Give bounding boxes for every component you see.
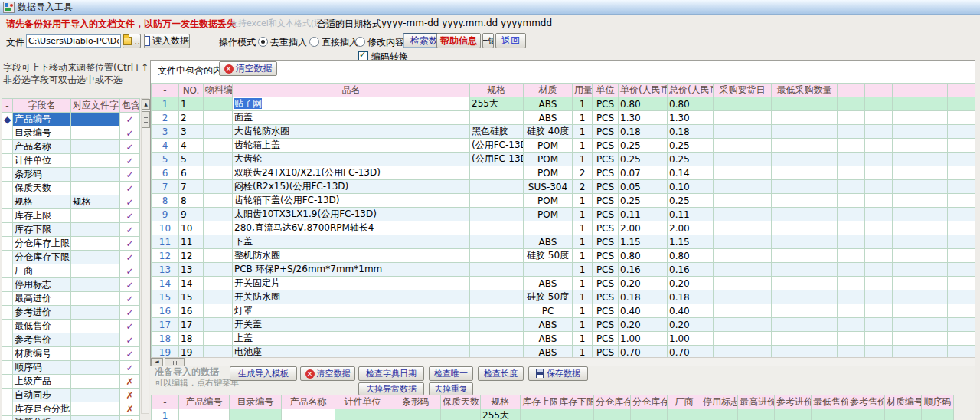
- unit-cell[interactable]: PCS: [593, 263, 619, 277]
- mapped-file-field-cell[interactable]: [71, 237, 120, 251]
- empty-cell[interactable]: [948, 153, 975, 166]
- total-price-cell[interactable]: 0.20: [668, 318, 714, 332]
- field-row[interactable]: 最高进价✓: [2, 292, 140, 306]
- unit-cell[interactable]: PCS: [593, 318, 619, 332]
- prepare-cell[interactable]: [668, 409, 701, 420]
- empty-cell[interactable]: [838, 318, 865, 332]
- no-cell[interactable]: 18: [179, 332, 204, 346]
- empty-cell[interactable]: [920, 111, 948, 125]
- field-name-cell[interactable]: 库存下限: [13, 223, 71, 237]
- prepare-cell[interactable]: [885, 409, 922, 420]
- unit-price-cell[interactable]: 1.30: [619, 111, 668, 125]
- material-cell[interactable]: PC: [524, 304, 573, 318]
- empty-cell[interactable]: [948, 290, 975, 304]
- empty-cell[interactable]: [948, 111, 975, 125]
- empty-cell[interactable]: [865, 153, 893, 166]
- unit-cell[interactable]: PCS: [593, 153, 619, 166]
- material-cell[interactable]: ABS: [524, 97, 573, 111]
- qty-cell[interactable]: 1: [573, 249, 593, 263]
- purchase-date-cell[interactable]: [714, 139, 772, 153]
- empty-cell[interactable]: [893, 166, 920, 180]
- total-price-cell[interactable]: 0.80: [668, 97, 714, 111]
- unit-cell[interactable]: PCS: [593, 332, 619, 346]
- field-name-cell[interactable]: 上级产品: [13, 375, 71, 389]
- purchase-date-cell[interactable]: [714, 249, 772, 263]
- spec-cell[interactable]: [470, 221, 524, 235]
- spec-cell[interactable]: [470, 180, 524, 194]
- empty-cell[interactable]: [920, 263, 948, 277]
- product-name-cell[interactable]: 灯罩: [233, 304, 470, 318]
- total-price-cell[interactable]: 1.15: [668, 235, 714, 249]
- empty-cell[interactable]: [948, 221, 975, 235]
- field-row[interactable]: 停用标志✓: [2, 278, 140, 292]
- empty-cell[interactable]: [865, 304, 893, 318]
- check-icon[interactable]: ✓: [120, 182, 140, 195]
- product-name-cell[interactable]: 太阳齿10TX3LX1.9(公用FC-13D): [233, 208, 470, 221]
- mapped-file-field-cell[interactable]: [71, 251, 120, 264]
- purchase-date-cell[interactable]: [714, 208, 772, 221]
- prepare-cell[interactable]: [557, 409, 594, 420]
- row-number-cell[interactable]: 13: [152, 263, 179, 277]
- product-name-cell[interactable]: 280,直流马达6V,8700RPM轴长4: [233, 221, 470, 235]
- empty-cell[interactable]: [893, 111, 920, 125]
- material-code-cell[interactable]: [204, 332, 233, 346]
- unit-price-cell[interactable]: 0.25: [619, 194, 668, 208]
- field-row[interactable]: 库存上限✓: [2, 209, 140, 223]
- empty-cell[interactable]: [865, 249, 893, 263]
- empty-cell[interactable]: [838, 97, 865, 111]
- total-price-cell[interactable]: 0.80: [668, 249, 714, 263]
- field-name-cell[interactable]: 顺序码: [13, 361, 71, 375]
- qty-cell[interactable]: 1: [573, 208, 593, 221]
- total-price-cell[interactable]: 0.25: [668, 153, 714, 166]
- field-row[interactable]: 最低售价✓: [2, 320, 140, 333]
- material-code-cell[interactable]: [204, 304, 233, 318]
- check-dict-date-button[interactable]: 检查字典日期: [358, 366, 424, 381]
- check-icon[interactable]: ✓: [120, 361, 140, 375]
- product-name-cell[interactable]: 上盖: [233, 332, 470, 346]
- mapped-file-field-cell[interactable]: [71, 375, 120, 389]
- load-data-button[interactable]: 读入数据: [144, 34, 190, 48]
- purchase-date-cell[interactable]: [714, 97, 772, 111]
- material-code-cell[interactable]: [204, 263, 233, 277]
- min-purchase-qty-cell[interactable]: [772, 221, 838, 235]
- total-price-cell[interactable]: 0.16: [668, 263, 714, 277]
- spec-cell[interactable]: [470, 249, 524, 263]
- empty-cell[interactable]: [865, 208, 893, 221]
- unit-price-cell[interactable]: 1.15: [619, 235, 668, 249]
- qty-cell[interactable]: 1: [573, 194, 593, 208]
- row-number-cell[interactable]: 5: [152, 153, 179, 166]
- empty-cell[interactable]: [920, 221, 948, 235]
- row-number-cell[interactable]: 3: [152, 125, 179, 139]
- product-name-cell[interactable]: 齿轮箱下盖(公用FC-13D): [233, 194, 470, 208]
- empty-cell[interactable]: [893, 332, 920, 346]
- field-name-cell[interactable]: 库存上限: [13, 209, 71, 223]
- empty-cell[interactable]: [948, 208, 975, 221]
- qty-cell[interactable]: 1: [573, 235, 593, 249]
- content-row[interactable]: 1313PCB 环保P+S/26mm*7mm*1mm1PCS0.160.16: [152, 263, 975, 277]
- qty-cell[interactable]: 1: [573, 277, 593, 290]
- product-name-cell[interactable]: 双联齿24TX10/X2.1(公用FC-13D): [233, 166, 470, 180]
- radio-dedupe-insert[interactable]: 去重插入: [258, 36, 307, 49]
- empty-cell[interactable]: [948, 249, 975, 263]
- empty-cell[interactable]: [920, 194, 948, 208]
- empty-cell[interactable]: [948, 318, 975, 332]
- material-code-cell[interactable]: [204, 208, 233, 221]
- total-price-cell[interactable]: 0.40: [668, 304, 714, 318]
- material-cell[interactable]: 硅胶 40度: [524, 125, 573, 139]
- total-price-cell[interactable]: 0.18: [668, 125, 714, 139]
- empty-cell[interactable]: [893, 97, 920, 111]
- empty-cell[interactable]: [948, 332, 975, 346]
- empty-cell[interactable]: [865, 166, 893, 180]
- qty-cell[interactable]: 1: [573, 153, 593, 166]
- row-number-cell[interactable]: 6: [152, 166, 179, 180]
- selected-text[interactable]: 贴子网: [234, 98, 262, 109]
- empty-cell[interactable]: [838, 304, 865, 318]
- unit-price-cell[interactable]: 0.18: [619, 125, 668, 139]
- row-number-cell[interactable]: 11: [152, 235, 179, 249]
- empty-cell[interactable]: [838, 125, 865, 139]
- qty-cell[interactable]: 1: [573, 318, 593, 332]
- unit-cell[interactable]: PCS: [593, 290, 619, 304]
- row-number-cell[interactable]: 1: [152, 409, 179, 420]
- empty-cell[interactable]: [920, 166, 948, 180]
- check-icon[interactable]: ✓: [120, 154, 140, 168]
